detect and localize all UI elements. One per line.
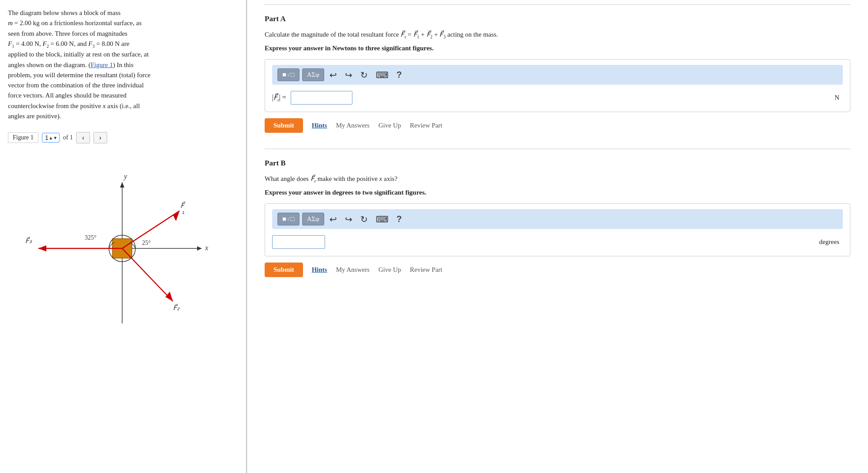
- undo-button-a[interactable]: ↩: [327, 69, 340, 81]
- part-b-input-row: degrees: [272, 235, 843, 249]
- redo-button-a[interactable]: ↪: [342, 69, 355, 81]
- problem-text: The diagram below shows a block of mass …: [8, 8, 236, 121]
- part-b-input[interactable]: [272, 235, 325, 249]
- part-b-section: Part B What angle does F⃗r make with the…: [265, 159, 850, 277]
- svg-text:F⃗₂: F⃗₂: [173, 304, 180, 312]
- part-b-description: What angle does F⃗r make with the positi…: [265, 174, 850, 184]
- part-a-section: Part A Calculate the magnitude of the to…: [265, 15, 850, 133]
- part-b-unit: degrees: [819, 238, 843, 246]
- greek-button-b[interactable]: ΑΣφ: [302, 213, 324, 225]
- part-a-review-link[interactable]: Review Part: [410, 122, 442, 129]
- top-divider: [265, 4, 850, 5]
- redo-button-b[interactable]: ↪: [342, 213, 355, 225]
- svg-text:25°: 25°: [142, 240, 151, 246]
- refresh-button-b[interactable]: ↻: [358, 213, 370, 225]
- part-divider: [265, 149, 850, 149]
- part-b-review-link[interactable]: Review Part: [410, 266, 442, 274]
- part-a-title: Part A: [265, 15, 850, 23]
- part-b-give-up-link[interactable]: Give Up: [378, 266, 401, 274]
- undo-button-b[interactable]: ↩: [327, 213, 340, 225]
- svg-marker-3: [120, 182, 124, 188]
- prev-figure-button[interactable]: ‹: [76, 132, 90, 143]
- part-b-my-answers-link[interactable]: My Answers: [336, 266, 370, 274]
- figure-select[interactable]: 1 ▲▼: [42, 133, 60, 143]
- svg-marker-1: [197, 246, 202, 251]
- svg-marker-16: [38, 245, 46, 252]
- part-a-input[interactable]: [291, 91, 352, 105]
- left-panel: The diagram below shows a block of mass …: [0, 0, 247, 473]
- part-a-answer-box: ■√□ ΑΣφ ↩ ↪ ↻ ⌨ ? |F⃗r| = N: [265, 59, 850, 112]
- svg-marker-13: [165, 292, 173, 301]
- part-a-hints-link[interactable]: Hints: [312, 122, 327, 129]
- svg-text:₁: ₁: [182, 208, 184, 215]
- part-a-action-row: Submit Hints My Answers Give Up Review P…: [265, 118, 850, 133]
- part-a-input-row: |F⃗r| = N: [272, 91, 843, 105]
- diagram-area: x y F⃗ ₁ F⃗₂ F⃗₃: [8, 151, 236, 465]
- radical-button-a[interactable]: ■√□: [277, 68, 299, 81]
- keyboard-button-a[interactable]: ⌨: [373, 69, 391, 81]
- figure-nav: Figure 1 1 ▲▼ of 1 ‹ ›: [8, 132, 236, 143]
- part-b-hints-link[interactable]: Hints: [312, 266, 327, 274]
- figure-of-label: of 1: [63, 134, 73, 141]
- part-a-formula-label: |F⃗r| =: [272, 93, 286, 102]
- figure-dropdown[interactable]: 1: [45, 134, 56, 141]
- help-button-b[interactable]: ?: [394, 213, 404, 225]
- part-b-submit-button[interactable]: Submit: [265, 263, 303, 277]
- part-b-title: Part B: [265, 159, 850, 168]
- keyboard-button-b[interactable]: ⌨: [373, 213, 391, 225]
- part-b-toolbar: ■√□ ΑΣφ ↩ ↪ ↻ ⌨ ?: [272, 209, 843, 229]
- svg-text:F⃗₃: F⃗₃: [25, 236, 32, 244]
- part-a-description: Calculate the magnitude of the total res…: [265, 30, 850, 40]
- next-figure-button[interactable]: ›: [94, 132, 107, 143]
- part-b-action-row: Submit Hints My Answers Give Up Review P…: [265, 263, 850, 277]
- greek-button-a[interactable]: ΑΣφ: [302, 68, 324, 81]
- svg-text:x: x: [205, 244, 208, 252]
- figure1-link[interactable]: Figure 1: [90, 61, 112, 68]
- part-b-instruction: Express your answer in degrees to two si…: [265, 189, 850, 196]
- svg-line-12: [122, 248, 173, 301]
- part-b-answer-box: ■√□ ΑΣφ ↩ ↪ ↻ ⌨ ? degrees: [265, 203, 850, 256]
- part-a-unit: N: [834, 94, 843, 101]
- part-a-instruction: Express your answer in Newtons to three …: [265, 45, 850, 52]
- part-a-submit-button[interactable]: Submit: [265, 118, 303, 133]
- svg-text:325°: 325°: [85, 234, 97, 241]
- figure-label: Figure 1: [8, 132, 38, 143]
- diagram-svg: x y F⃗ ₁ F⃗₂ F⃗₃: [16, 156, 228, 341]
- help-button-a[interactable]: ?: [394, 69, 404, 81]
- part-a-my-answers-link[interactable]: My Answers: [336, 122, 370, 129]
- svg-text:y: y: [123, 173, 127, 180]
- part-a-toolbar: ■√□ ΑΣφ ↩ ↪ ↻ ⌨ ?: [272, 65, 843, 85]
- part-a-give-up-link[interactable]: Give Up: [378, 122, 401, 129]
- right-panel: Part A Calculate the magnitude of the to…: [247, 0, 868, 473]
- refresh-button-a[interactable]: ↻: [358, 69, 370, 81]
- radical-button-b[interactable]: ■√□: [277, 213, 299, 225]
